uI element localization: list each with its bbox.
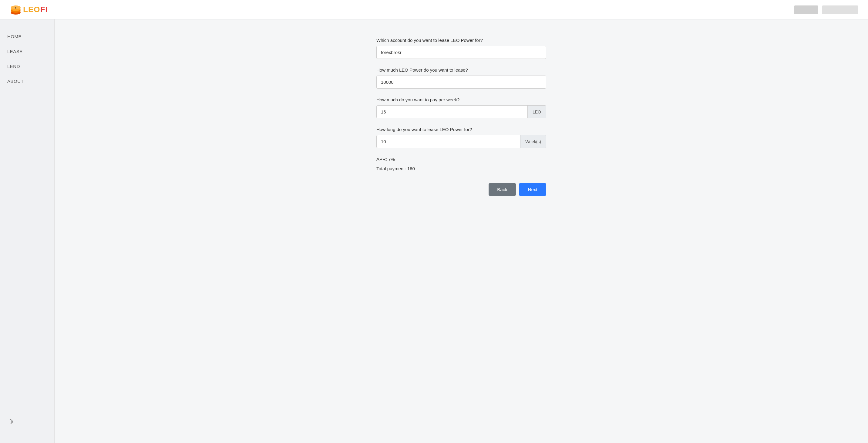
apr-info: APR: 7% — [376, 156, 546, 162]
duration-group: How long do you want to lease LEO Power … — [376, 127, 546, 148]
form-container: Which account do you want to lease LEO P… — [376, 38, 546, 425]
weekly-label: How much do you want to pay per week? — [376, 97, 546, 102]
svg-text:$: $ — [15, 6, 17, 9]
main-content: Which account do you want to lease LEO P… — [55, 20, 868, 443]
sidebar: HOME LEASE LEND ABOUT ☽ — [0, 20, 55, 443]
sidebar-item-lend[interactable]: LEND — [0, 59, 54, 74]
weekly-suffix: LEO — [527, 106, 546, 118]
weekly-input[interactable] — [377, 106, 527, 118]
header-avatar — [794, 5, 818, 14]
header: $ LEOFI — [0, 0, 868, 20]
sidebar-item-lease[interactable]: LEASE — [0, 44, 54, 59]
account-label: Which account do you want to lease LEO P… — [376, 38, 546, 43]
account-input-wrapper — [376, 46, 546, 59]
account-input[interactable] — [377, 46, 546, 59]
back-button[interactable]: Back — [489, 183, 516, 196]
dark-mode-icon[interactable]: ☽ — [7, 418, 13, 426]
logo[interactable]: $ LEOFI — [10, 4, 48, 16]
logo-icon: $ — [10, 4, 22, 16]
duration-label: How long do you want to lease LEO Power … — [376, 127, 546, 132]
next-button[interactable]: Next — [519, 183, 546, 196]
logo-text: LEOFI — [23, 5, 48, 14]
sidebar-nav: HOME LEASE LEND ABOUT — [0, 29, 54, 89]
duration-input[interactable] — [377, 135, 520, 148]
logo-fi: FI — [40, 5, 48, 14]
account-group: Which account do you want to lease LEO P… — [376, 38, 546, 59]
sidebar-item-home[interactable]: HOME — [0, 29, 54, 44]
sidebar-bottom: ☽ — [0, 411, 54, 433]
weekly-input-wrapper: LEO — [376, 105, 546, 118]
button-row: Back Next — [376, 183, 546, 196]
header-dropdown[interactable] — [822, 5, 858, 14]
duration-suffix: Week(s) — [520, 135, 546, 148]
layout: HOME LEASE LEND ABOUT ☽ Which account do… — [0, 20, 868, 443]
amount-group: How much LEO Power do you want to lease? — [376, 67, 546, 89]
logo-leo: LEO — [23, 5, 40, 14]
amount-input[interactable] — [377, 76, 546, 88]
amount-label: How much LEO Power do you want to lease? — [376, 67, 546, 72]
sidebar-item-about[interactable]: ABOUT — [0, 74, 54, 89]
weekly-group: How much do you want to pay per week? LE… — [376, 97, 546, 118]
duration-input-wrapper: Week(s) — [376, 135, 546, 148]
amount-input-wrapper — [376, 76, 546, 89]
header-right — [794, 5, 858, 14]
total-payment-info: Total payment: 160 — [376, 166, 546, 171]
